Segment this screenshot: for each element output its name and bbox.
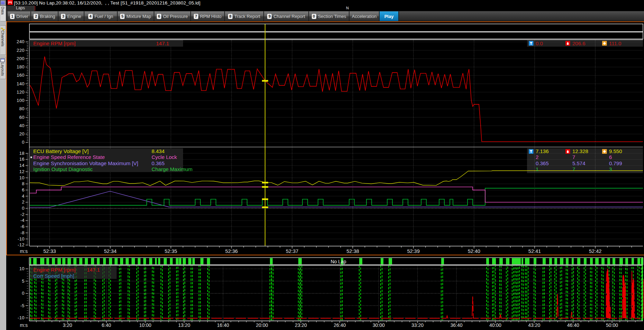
svg-text:-5: -5 bbox=[20, 303, 25, 308]
svg-text:33:20: 33:20 bbox=[411, 322, 424, 328]
svg-text:16: 16 bbox=[19, 157, 25, 162]
svg-text:5: 5 bbox=[22, 279, 25, 284]
svg-text:30:00: 30:00 bbox=[373, 322, 385, 328]
svg-text:0: 0 bbox=[22, 206, 25, 211]
svg-text:111.0: 111.0 bbox=[609, 40, 621, 46]
svg-text:52:41: 52:41 bbox=[528, 248, 541, 254]
svg-text:13:20: 13:20 bbox=[178, 322, 190, 328]
svg-text:0.365: 0.365 bbox=[152, 160, 165, 166]
svg-text:6: 6 bbox=[609, 154, 612, 160]
svg-text:147.1: 147.1 bbox=[87, 267, 100, 273]
svg-text:60: 60 bbox=[19, 115, 25, 120]
svg-text:-10: -10 bbox=[18, 236, 25, 242]
svg-text:14: 14 bbox=[19, 163, 25, 168]
svg-text:10: 10 bbox=[19, 266, 25, 271]
svg-text:2: 2 bbox=[22, 199, 25, 205]
svg-text:36:40: 36:40 bbox=[450, 322, 462, 328]
svg-text:220: 220 bbox=[17, 48, 25, 53]
svg-text:m:s: m:s bbox=[20, 322, 28, 328]
svg-text:Ignition Output Diagnostic: Ignition Output Diagnostic bbox=[33, 166, 93, 172]
svg-text:4: 4 bbox=[22, 194, 25, 199]
svg-text:52:35: 52:35 bbox=[165, 248, 177, 254]
svg-text:43:20: 43:20 bbox=[528, 322, 540, 328]
svg-text:Engine Speed Reference State: Engine Speed Reference State bbox=[33, 154, 105, 160]
svg-text:52:34: 52:34 bbox=[104, 248, 116, 254]
svg-text:240: 240 bbox=[17, 39, 25, 44]
svg-text:-12: -12 bbox=[18, 242, 25, 247]
svg-text:46:40: 46:40 bbox=[567, 322, 579, 328]
svg-text:-6: -6 bbox=[20, 224, 25, 229]
svg-text:52:33: 52:33 bbox=[43, 248, 56, 254]
svg-text:40: 40 bbox=[19, 123, 25, 128]
svg-text:0: 0 bbox=[22, 140, 25, 145]
svg-text:52:36: 52:36 bbox=[225, 248, 238, 254]
svg-text:26:40: 26:40 bbox=[334, 322, 346, 328]
svg-text:3:20: 3:20 bbox=[63, 322, 72, 328]
svg-text:12.328: 12.328 bbox=[572, 148, 588, 154]
svg-text:100: 100 bbox=[17, 98, 25, 103]
svg-text:0.0: 0.0 bbox=[536, 40, 543, 46]
svg-text:206.6: 206.6 bbox=[572, 40, 586, 46]
svg-text:7: 7 bbox=[572, 166, 575, 172]
svg-text:0.799: 0.799 bbox=[609, 160, 622, 166]
svg-text:7.136: 7.136 bbox=[536, 148, 549, 154]
svg-text:50:00: 50:00 bbox=[606, 322, 618, 328]
svg-text:147.1: 147.1 bbox=[156, 40, 169, 46]
svg-text:m:s: m:s bbox=[20, 248, 28, 254]
svg-text:Corr Speed [mph]: Corr Speed [mph] bbox=[33, 273, 74, 279]
svg-text:7: 7 bbox=[572, 154, 575, 160]
svg-text:18: 18 bbox=[19, 151, 25, 156]
svg-text:52:40: 52:40 bbox=[468, 248, 480, 254]
svg-text:180: 180 bbox=[17, 64, 25, 69]
svg-text:3: 3 bbox=[609, 166, 612, 172]
svg-text:ECU Battery Voltage [V]: ECU Battery Voltage [V] bbox=[33, 148, 89, 154]
svg-text:12: 12 bbox=[19, 169, 25, 174]
svg-text:20: 20 bbox=[19, 131, 25, 136]
svg-text:10: 10 bbox=[19, 175, 25, 180]
svg-text:Cycle Lock: Cycle Lock bbox=[152, 154, 177, 160]
svg-text:120: 120 bbox=[17, 89, 25, 95]
svg-text:-8: -8 bbox=[20, 230, 25, 235]
svg-text:Charge Maximum: Charge Maximum bbox=[152, 166, 192, 172]
svg-text:160: 160 bbox=[17, 73, 25, 78]
svg-text:No Lap: No Lap bbox=[330, 259, 346, 264]
svg-text:52:42: 52:42 bbox=[589, 248, 601, 254]
svg-text:8: 8 bbox=[22, 181, 25, 186]
svg-text:1: 1 bbox=[536, 166, 538, 172]
svg-text:2: 2 bbox=[536, 154, 538, 160]
svg-text:20:00: 20:00 bbox=[256, 322, 268, 328]
svg-text:9.550: 9.550 bbox=[609, 148, 622, 154]
svg-text:5.574: 5.574 bbox=[572, 160, 586, 166]
svg-text:8.434: 8.434 bbox=[152, 148, 165, 154]
svg-text:Engine Synchronisation Voltage: Engine Synchronisation Voltage Maximum [… bbox=[33, 160, 138, 166]
svg-text:40:00: 40:00 bbox=[489, 322, 501, 328]
svg-text:6: 6 bbox=[22, 187, 25, 192]
svg-text:6:40: 6:40 bbox=[102, 322, 111, 328]
svg-text:10:00: 10:00 bbox=[139, 322, 151, 328]
svg-text:52:37: 52:37 bbox=[286, 248, 298, 254]
svg-text:200: 200 bbox=[17, 56, 25, 61]
svg-text:-4: -4 bbox=[20, 218, 25, 223]
svg-text:Engine RPM [rpm]: Engine RPM [rpm] bbox=[33, 267, 76, 273]
svg-text:52:38: 52:38 bbox=[346, 248, 359, 254]
svg-text:-2: -2 bbox=[20, 212, 25, 217]
svg-text:80: 80 bbox=[19, 106, 25, 111]
svg-text:Engine RPM [rpm]: Engine RPM [rpm] bbox=[33, 40, 76, 46]
svg-text:-10: -10 bbox=[18, 315, 25, 320]
svg-text:23:20: 23:20 bbox=[295, 322, 307, 328]
svg-text:16:40: 16:40 bbox=[217, 322, 229, 328]
svg-text:0.365: 0.365 bbox=[536, 160, 549, 166]
svg-text:140: 140 bbox=[17, 81, 25, 86]
svg-text:52:39: 52:39 bbox=[407, 248, 419, 254]
svg-text:0: 0 bbox=[22, 291, 25, 296]
